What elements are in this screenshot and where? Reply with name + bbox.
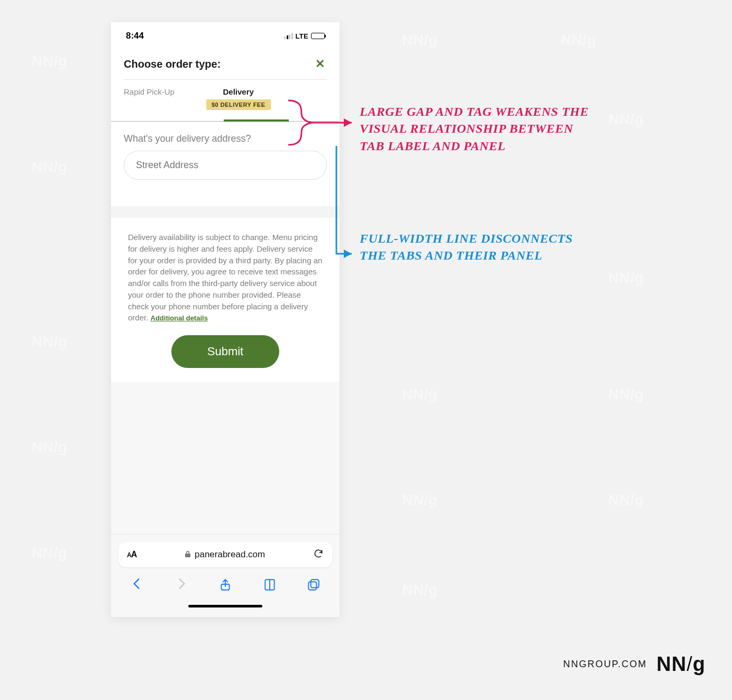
safari-chrome: AA panerabread.com: [111, 534, 340, 617]
network-label: LTE: [296, 32, 309, 40]
watermark: NN/g: [608, 111, 644, 128]
watermark: NN/g: [32, 545, 67, 561]
watermark: NN/g: [402, 582, 437, 598]
additional-details-link[interactable]: Additional details: [151, 314, 208, 322]
submit-button[interactable]: Submit: [171, 335, 279, 368]
watermark: NN/g: [608, 492, 644, 509]
svg-rect-1: [311, 579, 319, 587]
address-question: What's your delivery address?: [124, 133, 327, 144]
close-icon[interactable]: ✕: [313, 56, 327, 72]
watermark: NN/g: [561, 32, 596, 49]
annotation-red: Large gap and tag weakens the visual rel…: [360, 103, 592, 154]
home-indicator: [188, 605, 262, 607]
brand-logo: NN/g: [656, 653, 706, 676]
tab-label: Delivery: [223, 87, 254, 96]
url-bar[interactable]: AA panerabread.com: [118, 542, 332, 567]
watermark: NN/g: [402, 386, 437, 403]
annotation-blue: Full-width line disconnects the tabs and…: [360, 230, 592, 264]
section-gap: [111, 206, 340, 218]
signal-icon: [284, 33, 293, 39]
forward-icon[interactable]: [175, 577, 188, 594]
tab-label: Rapid Pick-Up: [124, 87, 175, 96]
text-size-icon[interactable]: AA: [127, 550, 136, 559]
phone-screenshot: 8:44 LTE Choose order type: ✕ Rapid Pick…: [111, 22, 340, 617]
tab-delivery[interactable]: Delivery $0 DELIVERY FEE: [206, 87, 271, 110]
page-title: Choose order type:: [124, 58, 221, 70]
share-icon[interactable]: [218, 578, 232, 594]
order-type-tabs: Rapid Pick-Up Delivery $0 DELIVERY FEE: [111, 80, 340, 110]
status-bar: 8:44 LTE: [111, 22, 340, 45]
watermark: NN/g: [402, 32, 437, 49]
watermark: NN/g: [32, 159, 67, 176]
lock-icon: [185, 550, 191, 559]
watermark: NN/g: [402, 492, 437, 509]
url-domain: panerabread.com: [195, 549, 265, 560]
watermark: NN/g: [608, 386, 644, 403]
brand-url: NNGROUP.COM: [563, 659, 647, 670]
watermark: NN/g: [32, 53, 67, 70]
back-icon[interactable]: [130, 577, 144, 594]
street-address-input[interactable]: [124, 151, 327, 180]
tab-pickup[interactable]: Rapid Pick-Up: [124, 87, 175, 96]
battery-icon: [311, 33, 325, 39]
svg-rect-2: [308, 582, 316, 590]
watermark: NN/g: [32, 333, 67, 350]
delivery-fee-badge: $0 DELIVERY FEE: [206, 99, 271, 110]
svg-marker-4: [344, 118, 352, 127]
tab-underline: [111, 119, 340, 122]
bookmarks-icon[interactable]: [263, 578, 277, 594]
delivery-fineprint: Delivery availability is subject to chan…: [128, 232, 323, 324]
tabs-icon[interactable]: [307, 578, 321, 594]
svg-marker-5: [344, 250, 352, 258]
watermark: NN/g: [608, 270, 644, 287]
brand-footer: NNGROUP.COM NN/g: [563, 653, 706, 676]
watermark: NN/g: [32, 439, 67, 456]
reload-icon[interactable]: [313, 548, 324, 561]
status-time: 8:44: [126, 31, 144, 41]
